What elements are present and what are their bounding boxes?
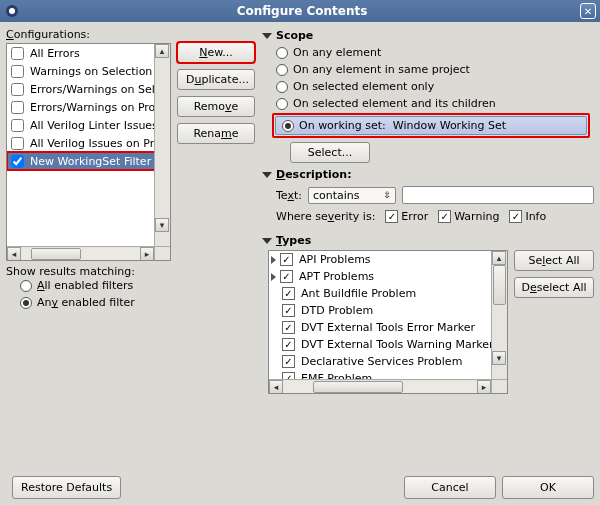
config-checkbox[interactable] xyxy=(11,119,24,132)
config-checkbox[interactable] xyxy=(11,101,24,114)
type-checkbox[interactable] xyxy=(280,270,293,283)
checkbox-severity-info[interactable]: Info xyxy=(509,210,546,223)
config-checkbox[interactable] xyxy=(11,155,24,168)
select-working-set-button[interactable]: Select... xyxy=(290,142,370,163)
description-header[interactable]: Description: xyxy=(262,167,594,184)
restore-defaults-button[interactable]: Restore Defaults xyxy=(12,476,121,499)
config-label: Warnings on Selection xyxy=(30,65,152,78)
scope-header[interactable]: Scope xyxy=(262,28,594,45)
new-button[interactable]: New... xyxy=(177,42,255,63)
config-row[interactable]: Errors/Warnings on Projec xyxy=(7,98,170,116)
config-label: New WorkingSet Filter xyxy=(30,155,151,168)
config-label: All Verilog Linter Issues or xyxy=(30,119,171,132)
cancel-button[interactable]: Cancel xyxy=(404,476,496,499)
deselect-all-button[interactable]: Deselect All xyxy=(514,277,594,298)
checkbox-severity-error[interactable]: Error xyxy=(385,210,428,223)
type-checkbox[interactable] xyxy=(282,321,295,334)
text-match-combo[interactable]: contains ⇳ xyxy=(308,187,396,204)
config-label: All Errors xyxy=(30,47,80,60)
ok-button[interactable]: OK xyxy=(502,476,594,499)
config-checkbox[interactable] xyxy=(11,83,24,96)
show-results-label: Show results matching: xyxy=(6,265,171,278)
remove-button[interactable]: Remove xyxy=(177,96,255,117)
config-label: Errors/Warnings on Select xyxy=(30,83,171,96)
config-label: Errors/Warnings on Projec xyxy=(30,101,171,114)
config-row[interactable]: New WorkingSet Filter xyxy=(7,152,170,170)
expand-icon[interactable] xyxy=(271,273,276,281)
types-hscrollbar[interactable]: ◂ ▸ xyxy=(269,379,491,393)
type-checkbox[interactable] xyxy=(282,355,295,368)
svg-point-1 xyxy=(9,8,15,14)
type-label: Declarative Services Problem xyxy=(301,355,462,368)
type-label: Ant Buildfile Problem xyxy=(301,287,416,300)
configurations-list[interactable]: All ErrorsWarnings on SelectionErrors/Wa… xyxy=(6,43,171,261)
type-label: APT Problems xyxy=(299,270,374,283)
title-bar: Configure Contents ✕ xyxy=(0,0,600,22)
chevron-up-down-icon: ⇳ xyxy=(383,190,391,200)
close-icon[interactable]: ✕ xyxy=(580,3,596,19)
configurations-label: Configurations: xyxy=(6,28,171,41)
types-tree[interactable]: API Problems APT Problems Ant Buildfile … xyxy=(268,250,508,394)
config-row[interactable]: All Verilog Issues on Proje xyxy=(7,134,170,152)
text-label: Text: xyxy=(276,189,302,202)
app-icon xyxy=(4,3,20,19)
radio-scope-selected-children[interactable]: On selected element and its children xyxy=(262,96,594,113)
duplicate-button[interactable]: Duplicate... xyxy=(177,69,255,90)
radio-scope-same-project[interactable]: On any element in same project xyxy=(262,62,594,79)
type-row[interactable]: Declarative Services Problem xyxy=(269,353,507,370)
window-title: Configure Contents xyxy=(24,4,580,18)
type-label: DTD Problem xyxy=(301,304,373,317)
config-hscrollbar[interactable]: ◂ ▸ xyxy=(7,246,154,260)
twisty-down-icon xyxy=(262,238,272,244)
config-row[interactable]: All Errors xyxy=(7,44,170,62)
type-row[interactable]: DTD Problem xyxy=(269,302,507,319)
config-checkbox[interactable] xyxy=(11,47,24,60)
radio-scope-selected-only[interactable]: On selected element only xyxy=(262,79,594,96)
radio-all-enabled[interactable]: All enabled filters xyxy=(6,278,171,295)
type-label: DVT External Tools Error Marker xyxy=(301,321,475,334)
type-row[interactable]: DVT External Tools Warning Marker xyxy=(269,336,507,353)
config-row[interactable]: All Verilog Linter Issues or xyxy=(7,116,170,134)
type-label: DVT External Tools Warning Marker xyxy=(301,338,494,351)
type-row[interactable]: DVT External Tools Error Marker xyxy=(269,319,507,336)
checkbox-severity-warning[interactable]: Warning xyxy=(438,210,499,223)
type-row[interactable]: APT Problems xyxy=(269,268,507,285)
description-text-input[interactable] xyxy=(402,186,594,204)
type-checkbox[interactable] xyxy=(280,253,293,266)
severity-label: Where severity is: xyxy=(276,210,375,223)
type-checkbox[interactable] xyxy=(282,338,295,351)
twisty-down-icon xyxy=(262,33,272,39)
type-row[interactable]: Ant Buildfile Problem xyxy=(269,285,507,302)
rename-button[interactable]: Rename xyxy=(177,123,255,144)
radio-any-enabled[interactable]: Any enabled filter xyxy=(6,295,171,312)
config-row[interactable]: Warnings on Selection xyxy=(7,62,170,80)
config-checkbox[interactable] xyxy=(11,65,24,78)
types-header[interactable]: Types xyxy=(262,233,594,250)
type-row[interactable]: API Problems xyxy=(269,251,507,268)
radio-scope-working-set[interactable]: On working set: Window Working Set xyxy=(275,116,587,135)
radio-scope-any[interactable]: On any element xyxy=(262,45,594,62)
type-label: API Problems xyxy=(299,253,371,266)
type-checkbox[interactable] xyxy=(282,287,295,300)
twisty-down-icon xyxy=(262,172,272,178)
config-row[interactable]: Errors/Warnings on Select xyxy=(7,80,170,98)
config-checkbox[interactable] xyxy=(11,137,24,150)
dialog-footer: Restore Defaults Cancel OK xyxy=(6,476,594,499)
config-label: All Verilog Issues on Proje xyxy=(30,137,171,150)
select-all-button[interactable]: Select All xyxy=(514,250,594,271)
expand-icon[interactable] xyxy=(271,256,276,264)
type-checkbox[interactable] xyxy=(282,304,295,317)
